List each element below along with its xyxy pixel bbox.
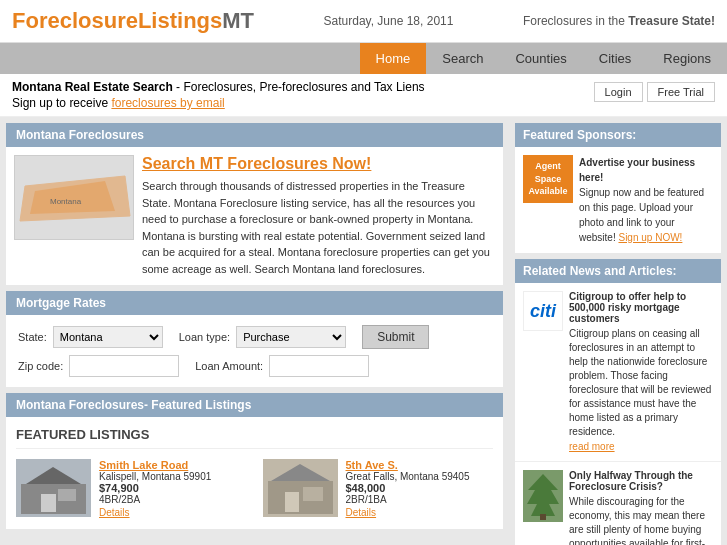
listing-link-1[interactable]: Details (99, 507, 130, 518)
zip-label: Zip code: (18, 360, 63, 372)
mortgage-row-2: Zip code: Loan Amount: (18, 355, 491, 377)
svg-rect-5 (41, 494, 56, 512)
listing-link-2[interactable]: Details (346, 507, 377, 518)
tree-icon (523, 470, 563, 522)
header-date: Saturday, June 18, 2011 (324, 14, 454, 28)
subheader: Montana Real Estate Search - Foreclosure… (0, 74, 727, 117)
logo[interactable]: ForeclosureListingsMT (12, 8, 254, 34)
loan-amount-input[interactable] (269, 355, 369, 377)
news-body-1: Citigroup plans on ceasing all foreclosu… (569, 327, 713, 439)
loan-amount-label: Loan Amount: (195, 360, 263, 372)
loan-type-label: Loan type: (179, 331, 230, 343)
state-group: State: Montana Idaho Wyoming (18, 326, 163, 348)
state-label: State: (18, 331, 47, 343)
svg-rect-8 (268, 481, 333, 514)
sponsors-title: Advertise your business here! (579, 157, 695, 183)
news-header: Related News and Articles: (515, 259, 721, 283)
mortgage-content: State: Montana Idaho Wyoming Loan type: … (6, 315, 503, 387)
svg-rect-14 (540, 514, 546, 520)
citi-icon: citi (523, 291, 563, 331)
featured-content: FEATURED LISTINGS (6, 417, 503, 529)
svg-text:Montana: Montana (50, 197, 82, 206)
listing-info-1: Smith Lake Road Kalispell, Montana 59901… (99, 459, 211, 519)
mortgage-header: Mortgage Rates (6, 291, 503, 315)
map-container: Montana (14, 155, 134, 277)
map-svg: Montana (15, 156, 134, 240)
listing-info-2: 5th Ave S. Great Falls, Montana 59405 $4… (346, 459, 470, 519)
loan-type-select[interactable]: Purchase Refinance Home Equity (236, 326, 346, 348)
listing-thumb-2 (263, 459, 338, 517)
foreclosures-text: Search MT Foreclosures Now! Search throu… (142, 155, 495, 277)
logo-suffix: MT (222, 8, 254, 33)
listing-location-1: Kalispell, Montana 59901 (99, 471, 211, 482)
news-headline-1[interactable]: Citigroup to offer help to 500,000 risky… (569, 291, 713, 324)
listing-price-2: $48,000 (346, 482, 470, 494)
foreclosures-header: Montana Foreclosures (6, 123, 503, 147)
logo-text: ForeclosureListings (12, 8, 222, 33)
news-content-2: Only Halfway Through the Foreclosure Cri… (569, 470, 713, 545)
right-sidebar: Featured Sponsors: Agent Space Available… (509, 117, 727, 545)
login-button[interactable]: Login (594, 82, 643, 102)
signup-text: Sign up to receive (12, 96, 111, 110)
map-image: Montana (14, 155, 134, 240)
listings-grid: Smith Lake Road Kalispell, Montana 59901… (16, 459, 493, 519)
listing-item-1: Smith Lake Road Kalispell, Montana 59901… (16, 459, 247, 519)
signup-link[interactable]: foreclosures by email (111, 96, 224, 110)
listing-item-2: 5th Ave S. Great Falls, Montana 59405 $4… (263, 459, 494, 519)
news-box: Related News and Articles: citi Citigrou… (515, 259, 721, 545)
sponsors-inner: Agent Space Available Advertise your bus… (515, 147, 721, 253)
listing-name-1[interactable]: Smith Lake Road (99, 459, 211, 471)
listing-location-2: Great Falls, Montana 59405 (346, 471, 470, 482)
listing-price-1: $74,900 (99, 482, 211, 494)
listing-thumb-1 (16, 459, 91, 517)
nav-item-cities[interactable]: Cities (583, 43, 648, 74)
nav-item-counties[interactable]: Counties (499, 43, 582, 74)
mortgage-row-1: State: Montana Idaho Wyoming Loan type: … (18, 325, 491, 349)
featured-section: Montana Foreclosures- Featured Listings … (6, 393, 503, 529)
news-content-1: Citigroup to offer help to 500,000 risky… (569, 291, 713, 453)
nav-item-home[interactable]: Home (360, 43, 427, 74)
loan-amount-group: Loan Amount: (195, 355, 369, 377)
header-tagline: Foreclosures in the Treasure State! (523, 14, 715, 28)
listing-name-2[interactable]: 5th Ave S. (346, 459, 470, 471)
news-item-2: Only Halfway Through the Foreclosure Cri… (515, 462, 721, 545)
foreclosures-content: Montana Search MT Foreclosures Now! Sear… (6, 147, 503, 285)
submit-button[interactable]: Submit (362, 325, 429, 349)
nav: Home Search Counties Cities Regions (0, 43, 727, 74)
news-headline-2[interactable]: Only Halfway Through the Foreclosure Cri… (569, 470, 713, 492)
svg-rect-10 (285, 492, 299, 512)
news-item-1: citi Citigroup to offer help to 500,000 … (515, 283, 721, 462)
subheader-desc: - Foreclosures, Pre-foreclosures and Tax… (173, 80, 425, 94)
state-select[interactable]: Montana Idaho Wyoming (53, 326, 163, 348)
news-readmore-1[interactable]: read more (569, 441, 615, 452)
svg-rect-6 (58, 489, 76, 501)
header: ForeclosureListingsMT Saturday, June 18,… (0, 0, 727, 43)
listing-image-2 (263, 459, 338, 517)
featured-title: FEATURED LISTINGS (16, 427, 493, 449)
foreclosures-headline[interactable]: Search MT Foreclosures Now! (142, 155, 495, 173)
sponsors-header: Featured Sponsors: (515, 123, 721, 147)
nav-item-search[interactable]: Search (426, 43, 499, 74)
news-body-2: While discouraging for the economy, this… (569, 495, 713, 545)
auth-buttons: Login Free Trial (594, 82, 715, 102)
loan-type-group: Loan type: Purchase Refinance Home Equit… (179, 326, 346, 348)
free-trial-button[interactable]: Free Trial (647, 82, 715, 102)
zip-group: Zip code: (18, 355, 179, 377)
svg-rect-11 (303, 487, 323, 501)
foreclosures-intro: Search through thousands of distressed p… (142, 178, 495, 277)
nav-item-regions[interactable]: Regions (647, 43, 727, 74)
listing-image-1 (16, 459, 91, 517)
listing-details-1: 4BR/2BA (99, 494, 211, 505)
sponsors-text: Advertise your business here! Signup now… (579, 155, 713, 245)
foreclosures-section: Montana Foreclosures Montana Search MT F… (6, 123, 503, 285)
listing-details-2: 2BR/1BA (346, 494, 470, 505)
agent-badge: Agent Space Available (523, 155, 573, 203)
mortgage-section: Mortgage Rates State: Montana Idaho Wyom… (6, 291, 503, 387)
sponsors-link[interactable]: Sign up NOW! (618, 232, 682, 243)
subheader-title: Montana Real Estate Search (12, 80, 173, 94)
zip-input[interactable] (69, 355, 179, 377)
main-container: Montana Foreclosures Montana Search MT F… (0, 117, 727, 545)
left-column: Montana Foreclosures Montana Search MT F… (0, 117, 509, 545)
subheader-left: Montana Real Estate Search - Foreclosure… (12, 80, 425, 110)
news-item-inner-2: Only Halfway Through the Foreclosure Cri… (523, 470, 713, 545)
